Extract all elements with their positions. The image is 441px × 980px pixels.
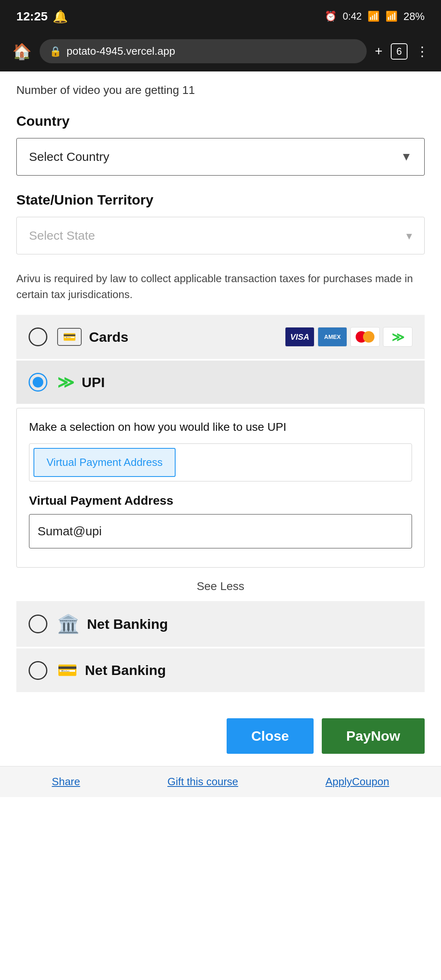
apply-coupon-link[interactable]: ApplyCoupon (325, 775, 389, 788)
alarm-time: 0:42 (343, 11, 362, 22)
alarm-icon: ⏰ (325, 11, 337, 22)
bottom-actions: Close PayNow (0, 706, 441, 766)
close-button[interactable]: Close (227, 718, 314, 754)
browser-actions: + 6 ⋮ (375, 43, 429, 60)
cards-radio[interactable] (29, 327, 47, 346)
new-tab-button[interactable]: + (375, 44, 383, 59)
country-select[interactable]: Select Country ▼ (16, 138, 425, 176)
see-less-button[interactable]: See Less (16, 572, 425, 601)
state-chevron-icon: ▾ (406, 229, 412, 243)
notification-icon: 🔔 (53, 9, 68, 24)
payment-option-cards[interactable]: 💳 Cards VISA AMEX ≫ (16, 315, 425, 359)
upi-tabs: Virtual Payment Address (29, 443, 412, 481)
vpa-input[interactable] (29, 514, 412, 548)
bank-icon: 🏛️ (57, 613, 80, 635)
payment-option-netbanking1[interactable]: 🏛️ Net Banking (16, 601, 425, 647)
visa-logo: VISA (285, 327, 314, 347)
amex-logo: AMEX (318, 327, 347, 347)
upi-arrow-icon: ≫ (57, 373, 74, 392)
upi-label: UPI (82, 374, 105, 390)
main-content: Number of video you are getting 11 Count… (0, 71, 441, 706)
netbanking1-radio[interactable] (29, 615, 47, 633)
card-icon: 💳 (57, 328, 82, 346)
upi-expanded-section: Make a selection on how you would like t… (16, 408, 425, 568)
gift-course-link[interactable]: Gift this course (167, 775, 238, 788)
share-link[interactable]: Share (52, 775, 80, 788)
payment-option-netbanking2[interactable]: 💳 Net Banking (16, 648, 425, 692)
paynow-button[interactable]: PayNow (322, 718, 425, 754)
upi-radio[interactable] (29, 373, 47, 392)
status-right: ⏰ 0:42 📶 📶 28% (325, 10, 425, 23)
upi-prompt: Make a selection on how you would like t… (29, 421, 412, 434)
lock-icon: 🔒 (49, 46, 62, 57)
url-text: potato-4945.vercel.app (67, 45, 175, 58)
video-info: Number of video you are getting 11 (16, 84, 425, 97)
cards-label: Cards (89, 329, 128, 345)
state-label: State/Union Territory (16, 192, 425, 208)
browser-home-button[interactable]: 🏠 (12, 42, 31, 60)
battery-display: 28% (403, 10, 425, 23)
state-placeholder: Select State (29, 229, 95, 243)
wallet-icon: 💳 (57, 661, 78, 680)
netbanking2-radio[interactable] (29, 661, 47, 680)
vpa-label: Virtual Payment Address (29, 494, 412, 508)
tax-notice: Arivu is required by law to collect appl… (16, 271, 425, 303)
browser-url-bar[interactable]: 🔒 potato-4945.vercel.app (40, 39, 367, 63)
country-placeholder: Select Country (29, 150, 109, 164)
country-label: Country (16, 113, 425, 129)
mastercard-logo (350, 327, 380, 347)
card-logos: VISA AMEX ≫ (285, 327, 412, 347)
more-cards-logo: ≫ (383, 327, 412, 347)
bottom-nav: Share Gift this course ApplyCoupon (0, 766, 441, 797)
netbanking2-label: Net Banking (85, 662, 166, 678)
time-display: 12:25 (16, 9, 48, 23)
netbanking1-label: Net Banking (87, 616, 168, 632)
upi-tab-vpa[interactable]: Virtual Payment Address (33, 448, 176, 477)
tab-count[interactable]: 6 (391, 43, 408, 60)
state-select[interactable]: Select State ▾ (16, 217, 425, 254)
wifi-icon: 📶 (368, 11, 380, 22)
status-time: 12:25 🔔 (16, 9, 68, 24)
signal-icon: 📶 (385, 11, 398, 22)
country-chevron-icon: ▼ (401, 150, 412, 163)
menu-button[interactable]: ⋮ (416, 44, 429, 59)
browser-bar: 🏠 🔒 potato-4945.vercel.app + 6 ⋮ (0, 33, 441, 71)
status-bar: 12:25 🔔 ⏰ 0:42 📶 📶 28% (0, 0, 441, 33)
payment-option-upi[interactable]: ≫ UPI (16, 361, 425, 404)
